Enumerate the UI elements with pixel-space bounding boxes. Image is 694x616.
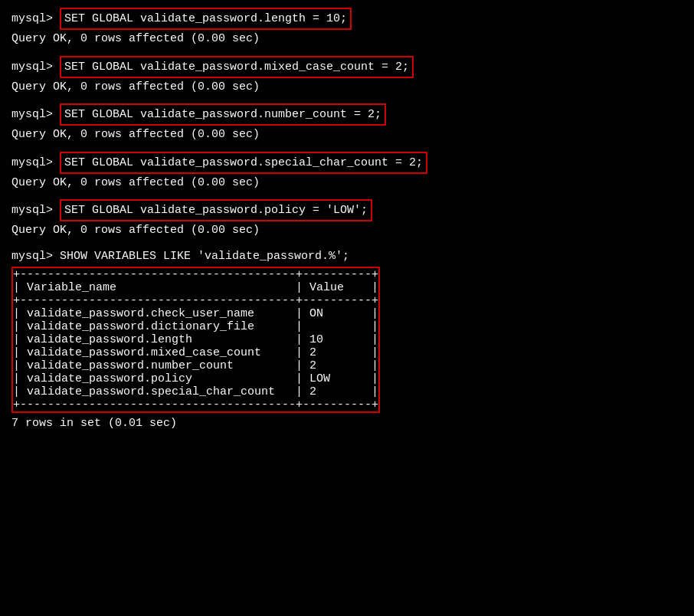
show-cmd-text: SHOW VARIABLES LIKE 'validate_password.%… <box>60 250 349 263</box>
result-2: Query OK, 0 rows affected (0.00 sec) <box>11 78 683 96</box>
table-container: +---------------------------------------… <box>11 267 380 413</box>
table-row-3: | validate_password.mixed_case_count | 2… <box>13 346 378 359</box>
prompt-2: mysql> <box>11 61 60 74</box>
cmd-highlight-5: SET GLOBAL validate_password.policy = 'L… <box>60 199 372 221</box>
show-command-line: mysql> SHOW VARIABLES LIKE 'validate_pas… <box>11 247 683 265</box>
cmd-highlight-1: SET GLOBAL validate_password.length = 10… <box>60 8 352 30</box>
table-row-1: | validate_password.dictionary_file | | <box>13 320 378 333</box>
result-4: Query OK, 0 rows affected (0.00 sec) <box>11 174 683 192</box>
table-top-border: +---------------------------------------… <box>13 268 378 281</box>
table-row-2: | validate_password.length | 10 | <box>13 333 378 346</box>
table-row-6: | validate_password.special_char_count |… <box>13 385 378 398</box>
cmd-highlight-3: SET GLOBAL validate_password.number_coun… <box>60 103 386 126</box>
table-mid-border: +---------------------------------------… <box>13 294 378 307</box>
prompt-1: mysql> <box>11 12 60 25</box>
table-header: | Variable_name | Value | <box>13 281 378 294</box>
result-5: Query OK, 0 rows affected (0.00 sec) <box>11 221 683 239</box>
table-bot-border: +---------------------------------------… <box>13 398 378 411</box>
cmd-highlight-2: SET GLOBAL validate_password.mixed_case_… <box>60 56 414 78</box>
command-line-5: mysql> SET GLOBAL validate_password.poli… <box>11 199 683 221</box>
table-row-0: | validate_password.check_user_name | ON… <box>13 307 378 320</box>
table-row-4: | validate_password.number_count | 2 | <box>13 359 378 372</box>
command-line-3: mysql> SET GLOBAL validate_password.numb… <box>11 103 683 126</box>
command-line-1: mysql> SET GLOBAL validate_password.leng… <box>11 8 683 30</box>
table-row-5: | validate_password.policy | LOW | <box>13 372 378 385</box>
command-line-2: mysql> SET GLOBAL validate_password.mixe… <box>11 56 683 78</box>
result-1: Query OK, 0 rows affected (0.00 sec) <box>11 30 683 48</box>
terminal-output: mysql> SET GLOBAL validate_password.leng… <box>11 8 683 432</box>
prompt-5: mysql> <box>11 204 60 217</box>
cmd-highlight-4: SET GLOBAL validate_password.special_cha… <box>60 152 427 174</box>
show-prompt: mysql> <box>11 250 60 263</box>
prompt-4: mysql> <box>11 156 60 169</box>
prompt-3: mysql> <box>11 108 60 121</box>
command-line-4: mysql> SET GLOBAL validate_password.spec… <box>11 152 683 174</box>
result-3: Query OK, 0 rows affected (0.00 sec) <box>11 126 683 143</box>
table-footer: 7 rows in set (0.01 sec) <box>11 414 683 432</box>
